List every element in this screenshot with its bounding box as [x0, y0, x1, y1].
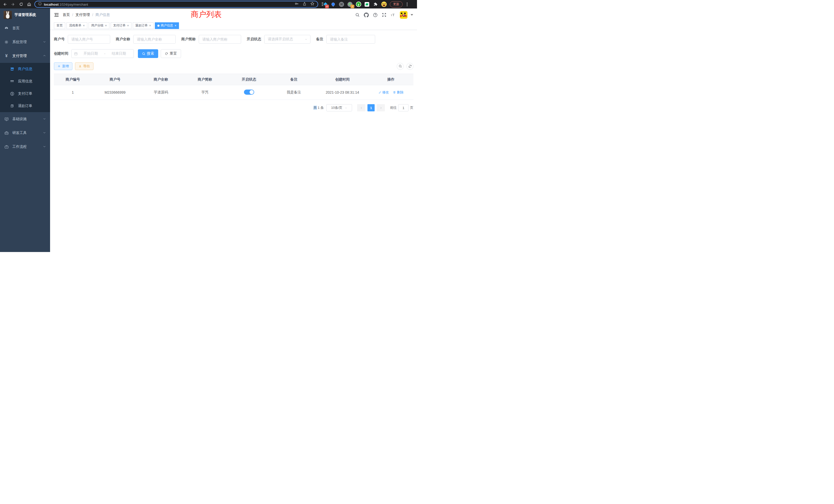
chrome-menu-icon[interactable]: [406, 2, 409, 7]
close-icon[interactable]: ×: [83, 24, 85, 27]
help-icon[interactable]: [373, 13, 378, 18]
sidebar-item-refund-order[interactable]: 退款订单: [0, 100, 50, 112]
reset-button[interactable]: 重置: [161, 49, 181, 58]
sidebar-item-infra[interactable]: 基础设施: [0, 112, 50, 126]
sidebar-item-pay-order[interactable]: 支付订单: [0, 88, 50, 100]
avatar-caret-icon[interactable]: [411, 14, 413, 16]
chrome-update-button[interactable]: 更新: [390, 1, 403, 7]
browser-home-icon[interactable]: [27, 2, 31, 6]
sidebar-item-payment[interactable]: ¥ 支付管理: [0, 49, 50, 63]
status-toggle[interactable]: [244, 90, 254, 95]
filter-label: 商户号: [54, 37, 68, 42]
browser-reload-icon[interactable]: [19, 2, 23, 6]
tab-refund-order[interactable]: 退款订单×: [133, 22, 154, 29]
extension-tabs-icon[interactable]: 10: [322, 2, 327, 7]
profile-avatar-icon[interactable]: [381, 2, 387, 7]
tab-process-form[interactable]: 流程表单×: [66, 22, 87, 29]
font-size-icon[interactable]: TT: [391, 13, 396, 17]
page-size-select[interactable]: 10条/页: [326, 104, 352, 111]
close-icon[interactable]: ×: [149, 24, 151, 27]
extension-badge: 10: [325, 5, 329, 8]
browser-back-icon[interactable]: [3, 2, 7, 7]
browser-forward-icon[interactable]: [11, 2, 16, 7]
sidebar-item-home[interactable]: 首页: [0, 21, 50, 35]
yen-circle-icon: [10, 92, 14, 96]
user-avatar[interactable]: [400, 11, 408, 19]
tab-pay-order[interactable]: 支付订单×: [111, 22, 131, 29]
browser-chrome: localhost:1024/pay/merchant 10 ⌘ 1 y 更新: [0, 0, 417, 8]
edit-link[interactable]: 修改: [378, 90, 389, 95]
sidebar-fold-icon[interactable]: [54, 12, 59, 18]
sidebar-item-label: 支付管理: [12, 54, 27, 58]
sidebar-item-workflow[interactable]: 工作流程: [0, 140, 50, 154]
sidebar-item-system[interactable]: 系统管理: [0, 35, 50, 49]
active-dot: [157, 25, 159, 27]
chevron-down-icon: [345, 107, 347, 109]
filter-label: 创建时间: [54, 51, 71, 56]
extension-recorder-icon[interactable]: 1: [347, 2, 353, 7]
cell-merchant-no: M233666999: [92, 85, 138, 100]
fullscreen-icon[interactable]: [382, 13, 387, 17]
breadcrumb-payment[interactable]: 支付管理: [75, 13, 90, 17]
breadcrumb-home[interactable]: 首页: [63, 13, 70, 17]
url-host: localhost: [44, 3, 59, 6]
tab-home[interactable]: 首页: [54, 22, 65, 29]
annotation-overlay-title: 商户列表: [191, 9, 222, 20]
logo-rabbit-image: [4, 11, 12, 19]
app-title: 芋道管理系统: [14, 13, 36, 17]
site-info-icon[interactable]: [38, 2, 42, 7]
filter-label: 商户全称: [116, 37, 133, 42]
tab-user-group[interactable]: 用户分组×: [89, 22, 109, 29]
sidebar-item-label: 支付订单: [18, 91, 32, 96]
table-row: 1 M233666999 芋道源码 芋艿 我是备注 2021-10-23 08:…: [54, 85, 413, 100]
sidebar-item-label: 系统管理: [12, 40, 27, 44]
password-key-icon[interactable]: [294, 2, 299, 7]
refresh-table-button[interactable]: [407, 63, 413, 70]
chevron-down-icon: [305, 38, 308, 41]
extensions-puzzle-icon[interactable]: [373, 2, 378, 7]
short-name-input[interactable]: [199, 35, 241, 44]
pagination: 共 1 条 10条/页 1 前往 页: [54, 104, 413, 111]
sidebar-item-app-info[interactable]: 应用信息: [0, 75, 50, 88]
create-time-range-picker[interactable]: 开始日期 - 结束日期: [71, 49, 134, 58]
remark-input[interactable]: [326, 35, 375, 44]
github-icon[interactable]: [364, 13, 369, 18]
search-button[interactable]: 搜索: [138, 49, 158, 58]
full-name-input[interactable]: [133, 35, 176, 44]
add-button[interactable]: 新增: [54, 62, 72, 70]
page-number-button[interactable]: 1: [368, 104, 375, 111]
next-page-button[interactable]: [377, 104, 385, 111]
breadcrumb-current: 商户信息: [95, 13, 110, 17]
extension-command-icon[interactable]: ⌘: [339, 2, 344, 7]
share-icon[interactable]: [303, 2, 307, 7]
sidebar: 芋道管理系统 首页 系统管理 ¥ 支付管理 商户信息 应用信息: [0, 8, 50, 252]
export-button[interactable]: 导出: [75, 62, 93, 70]
close-icon[interactable]: ×: [105, 24, 107, 27]
show-search-toggle-button[interactable]: [397, 63, 404, 70]
tab-merchant-info[interactable]: 商户信息×: [155, 22, 179, 29]
status-select[interactable]: 请选择开启状态: [264, 35, 310, 44]
filter-label: 开启状态: [247, 37, 264, 42]
header-search-icon[interactable]: [355, 13, 360, 17]
sidebar-item-label: 工作流程: [12, 144, 27, 149]
calendar-icon: [74, 52, 78, 56]
bookmark-star-icon[interactable]: [310, 2, 314, 7]
merchant-no-input[interactable]: [68, 35, 110, 44]
prev-page-button[interactable]: [357, 104, 366, 111]
app-logo[interactable]: 芋道管理系统: [0, 8, 50, 21]
sidebar-item-dev-tools[interactable]: 研发工具: [0, 126, 50, 140]
sidebar-item-label: 基础设施: [12, 117, 27, 121]
filter-row-1: 商户号 商户全称 商户简称 开启状态 请选择开启状态: [54, 35, 413, 44]
close-icon[interactable]: ×: [127, 24, 129, 27]
address-bar[interactable]: localhost:1024/pay/merchant: [35, 1, 318, 8]
url-text: localhost:1024/pay/merchant: [44, 2, 88, 7]
extension-chat-icon[interactable]: [364, 2, 370, 7]
extension-pin-icon[interactable]: [330, 2, 336, 7]
extension-y-icon[interactable]: y: [356, 2, 361, 7]
chevron-down-icon: [43, 117, 46, 121]
delete-link[interactable]: 删除: [393, 90, 403, 95]
close-icon[interactable]: ×: [175, 24, 176, 27]
sidebar-item-merchant-info[interactable]: 商户信息: [0, 63, 50, 75]
grid-icon: [10, 79, 14, 84]
goto-page-input[interactable]: [398, 104, 409, 111]
